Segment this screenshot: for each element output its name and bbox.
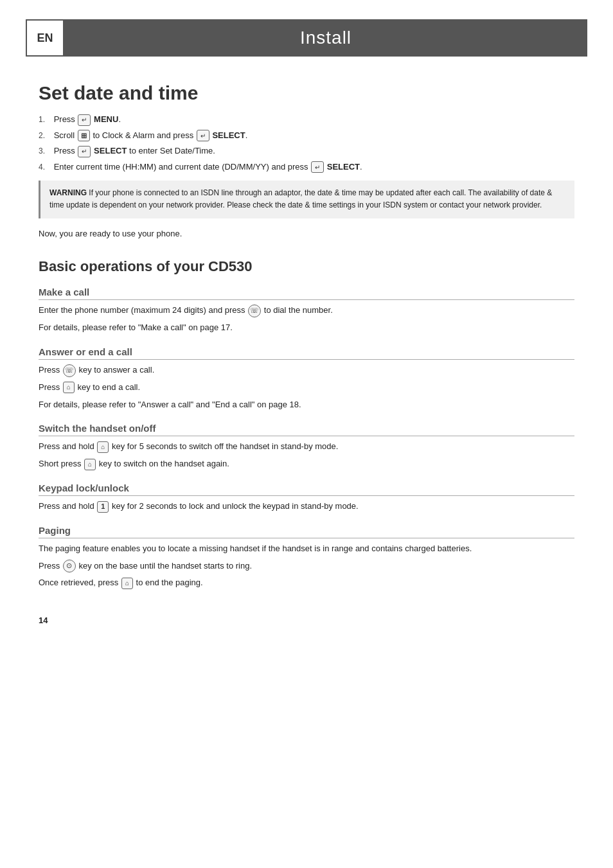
set-date-time-heading: Set date and time: [39, 82, 574, 104]
dial-button-icon[interactable]: ☏: [248, 305, 261, 317]
ready-text: Now, you are ready to use your phone.: [39, 227, 574, 241]
keypad-lock-icon[interactable]: 1: [97, 501, 109, 513]
step-4: 4. Enter current time (HH:MM) and curren…: [39, 161, 574, 173]
make-call-text1: Enter the phone number (maximum 24 digit…: [39, 304, 574, 317]
paging-text2: Press ⊙ key on the base until the handse…: [39, 560, 574, 573]
select-button-icon-2[interactable]: ↵: [197, 130, 209, 141]
warning-text: If your phone is connected to an ISDN li…: [49, 188, 552, 209]
power-off-icon[interactable]: ⌂: [97, 441, 109, 453]
step-1-text: Press: [54, 114, 78, 124]
select-label-3: SELECT: [94, 146, 127, 155]
answer-call-text3: For details, please refer to "Answer a c…: [39, 398, 574, 412]
step-3: 3. Press ↵ SELECT to enter Set Date/Time…: [39, 145, 574, 157]
header-bar: EN Install: [26, 19, 587, 57]
menu-label: MENU: [94, 114, 118, 124]
warning-label: WARNING: [49, 188, 87, 197]
menu-button-icon[interactable]: ↵: [78, 114, 91, 126]
paging-end-icon[interactable]: ⌂: [121, 578, 133, 589]
header-title: Install: [64, 28, 587, 48]
paging-subtitle: Paging: [39, 525, 574, 538]
select-button-icon-4[interactable]: ↵: [311, 161, 324, 173]
switch-text1: Press and hold ⌂ key for 5 seconds to sw…: [39, 440, 574, 454]
scroll-icon[interactable]: ⊞: [78, 130, 90, 141]
basic-ops-heading: Basic operations of your CD530: [39, 258, 574, 275]
keypad-subtitle: Keypad lock/unlock: [39, 483, 574, 496]
paging-text1: The paging feature enables you to locate…: [39, 542, 574, 556]
answer-call-text1: Press ☏ key to answer a call.: [39, 364, 574, 377]
lang-code-box: EN: [26, 19, 64, 57]
paging-base-icon[interactable]: ⊙: [63, 560, 76, 572]
steps-list: 1. Press ↵ MENU. 2. Scroll ⊞ to Clock & …: [39, 113, 574, 173]
lang-code: EN: [37, 31, 53, 45]
switch-text2: Short press ⌂ key to switch on the hands…: [39, 457, 574, 471]
answer-call-text2: Press ⌂ key to end a call.: [39, 381, 574, 394]
warning-box: WARNING If your phone is connected to an…: [39, 181, 574, 218]
keypad-text1: Press and hold 1 key for 2 seconds to lo…: [39, 500, 574, 513]
power-on-icon[interactable]: ⌂: [84, 459, 96, 470]
switch-handset-subtitle: Switch the handset on/off: [39, 423, 574, 436]
end-call-button-icon[interactable]: ⌂: [63, 382, 75, 393]
paging-text3: Once retrieved, press ⌂ to end the pagin…: [39, 576, 574, 590]
page-number: 14: [39, 616, 574, 625]
select-label-2: SELECT: [212, 130, 245, 140]
select-button-icon-3[interactable]: ↵: [78, 146, 91, 157]
main-content: Set date and time 1. Press ↵ MENU. 2. Sc…: [0, 57, 613, 651]
answer-call-subtitle: Answer or end a call: [39, 346, 574, 360]
step-1: 1. Press ↵ MENU.: [39, 113, 574, 126]
answer-button-icon[interactable]: ☏: [63, 364, 76, 377]
select-label-4: SELECT: [327, 162, 360, 172]
step-2: 2. Scroll ⊞ to Clock & Alarm and press ↵…: [39, 129, 574, 142]
make-call-text2: For details, please refer to "Make a cal…: [39, 321, 574, 335]
make-call-subtitle: Make a call: [39, 287, 574, 300]
